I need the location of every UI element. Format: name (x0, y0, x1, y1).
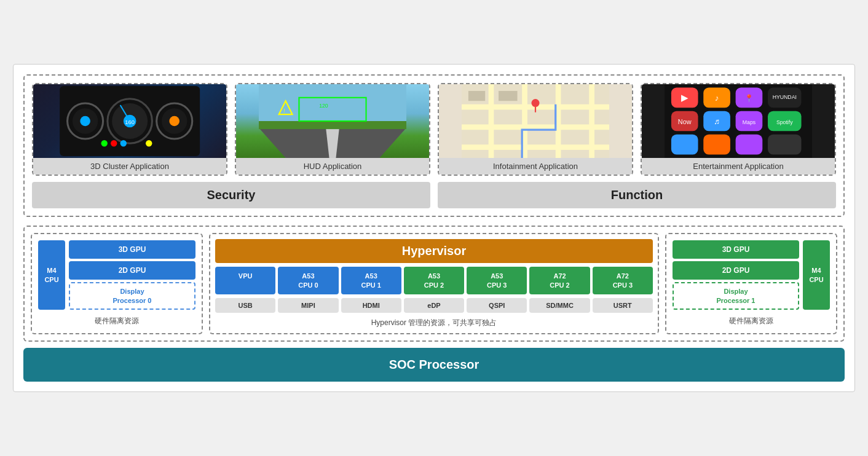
left-3d-gpu: 3D GPU (69, 240, 195, 259)
a72-cpu3: A72CPU 3 (593, 267, 653, 294)
left-processor-box: M4CPU 3D GPU 2D GPU DisplayProcessor 0 硬… (31, 233, 203, 334)
app-image-hud: 120 ! (236, 84, 429, 158)
svg-rect-33 (499, 91, 518, 101)
svg-point-13 (111, 140, 117, 146)
left-m4-cpu: M4CPU (38, 240, 65, 310)
vpu-box: VPU (215, 267, 275, 294)
svg-rect-31 (589, 84, 594, 158)
app-image-cluster: 0 160 (33, 84, 226, 158)
hypervisor-label: Hypervisor 管理的资源，可共享可独占 (215, 318, 653, 328)
right-processor-box: 3D GPU 2D GPU DisplayProcessor 1 M4CPU 硬… (665, 233, 837, 334)
left-display-processor: DisplayProcessor 0 (69, 282, 195, 310)
svg-text:120: 120 (319, 103, 328, 109)
a72-cpu2: A72CPU 2 (529, 267, 590, 294)
svg-rect-53 (671, 135, 698, 155)
right-m4-cpu: M4CPU (803, 240, 830, 310)
svg-rect-55 (736, 135, 763, 155)
svg-rect-56 (768, 135, 802, 155)
app-image-entertainment: ▶ ♪ 📍 HYUNDAI Now ♬ Maps (642, 84, 835, 158)
svg-rect-32 (468, 91, 485, 101)
app-box-infotainment: Infotainment Application (438, 83, 633, 176)
io-hdmi: HDMI (341, 298, 401, 313)
a53-cpu2: A53CPU 2 (404, 267, 464, 294)
domain-row: Security Function (32, 182, 836, 208)
left-proc-label: 硬件隔离资源 (95, 316, 139, 326)
svg-text:!: ! (283, 108, 285, 114)
svg-rect-54 (703, 135, 730, 155)
right-gpu-stack: 3D GPU 2D GPU DisplayProcessor 1 (673, 240, 799, 310)
app-label-hud: HUD Application (236, 158, 429, 175)
app-label-infotainment: Infotainment Application (439, 158, 632, 175)
svg-text:160: 160 (125, 119, 135, 125)
left-proc-inner: M4CPU 3D GPU 2D GPU DisplayProcessor 0 (38, 240, 195, 310)
svg-text:Maps: Maps (743, 120, 756, 126)
svg-text:▶: ▶ (681, 92, 688, 103)
svg-point-15 (146, 140, 152, 146)
io-mipi: MIPI (278, 298, 338, 313)
svg-text:Now: Now (678, 119, 692, 126)
svg-text:♪: ♪ (715, 93, 719, 103)
svg-point-14 (120, 140, 126, 146)
svg-text:Spotify: Spotify (776, 120, 793, 126)
svg-point-11 (169, 116, 180, 127)
bottom-section: M4CPU 3D GPU 2D GPU DisplayProcessor 0 硬… (23, 226, 845, 382)
io-qspi: QSPI (467, 298, 527, 313)
svg-rect-19 (259, 121, 406, 129)
svg-point-12 (101, 140, 107, 146)
processors-row: M4CPU 3D GPU 2D GPU DisplayProcessor 0 硬… (23, 226, 845, 342)
io-edp: eDP (404, 298, 464, 313)
svg-rect-28 (489, 84, 494, 158)
svg-point-34 (531, 99, 539, 107)
app-image-map (439, 84, 632, 158)
right-proc-inner: 3D GPU 2D GPU DisplayProcessor 1 M4CPU (673, 240, 830, 310)
right-2d-gpu: 2D GPU (673, 261, 799, 280)
right-proc-label: 硬件隔离资源 (729, 316, 773, 326)
io-usb: USB (215, 298, 275, 313)
top-section: 0 160 (23, 74, 845, 217)
svg-text:📍: 📍 (744, 93, 754, 103)
app-box-hud: 120 ! HUD Application (235, 83, 430, 176)
io-sdmmc: SD/MMC (529, 298, 590, 313)
cpu-row: VPU A53CPU 0 A53CPU 1 A53CPU 2 A53CPU 3 … (215, 267, 653, 294)
io-row: USB MIPI HDMI eDP QSPI SD/MMC USRT (215, 298, 653, 313)
a53-cpu1: A53CPU 1 (341, 267, 401, 294)
hypervisor-box: Hypervisor VPU A53CPU 0 A53CPU 1 A53CPU … (209, 233, 659, 334)
domain-function: Function (438, 182, 836, 208)
domain-security: Security (32, 182, 430, 208)
app-box-cluster: 0 160 (32, 83, 227, 176)
left-2d-gpu: 2D GPU (69, 261, 195, 280)
io-usrt: USRT (593, 298, 653, 313)
left-gpu-stack: 3D GPU 2D GPU DisplayProcessor 0 (69, 240, 195, 310)
hypervisor-title: Hypervisor (215, 239, 653, 263)
main-container: 0 160 (13, 64, 855, 392)
svg-text:♬: ♬ (714, 117, 720, 127)
svg-rect-27 (462, 144, 609, 150)
soc-bar: SOC Processor (23, 348, 845, 382)
right-3d-gpu: 3D GPU (673, 240, 799, 259)
a53-cpu3: A53CPU 3 (467, 267, 527, 294)
app-box-entertainment: ▶ ♪ 📍 HYUNDAI Now ♬ Maps (641, 83, 836, 176)
a53-cpu0: A53CPU 0 (278, 267, 338, 294)
right-display-processor: DisplayProcessor 1 (673, 282, 799, 310)
app-label-entertainment: Entertainment Application (642, 158, 835, 175)
svg-text:0: 0 (84, 119, 86, 125)
app-label-cluster: 3D Cluster Application (33, 158, 226, 175)
app-row: 0 160 (32, 83, 836, 176)
svg-text:HYUNDAI: HYUNDAI (773, 94, 797, 100)
